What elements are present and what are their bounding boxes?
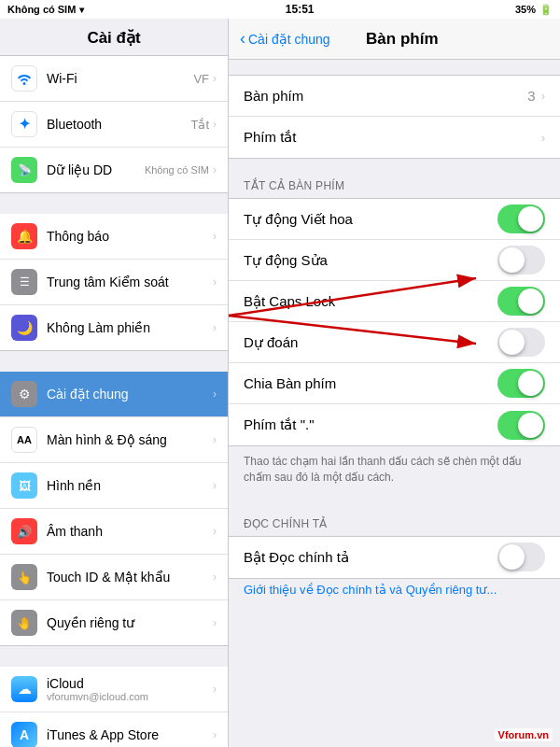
- du-doan-row: Dự đoán: [229, 322, 560, 363]
- touch-icon: 👆: [11, 564, 37, 590]
- sidebar-item-notification[interactable]: 🔔 Thông báo ›: [0, 214, 228, 260]
- back-button[interactable]: ‹ Cài đặt chung: [240, 29, 330, 49]
- all-keyboards-section: TẮT CẢ BÀN PHÍM Tự động Viết hoa Tự động…: [229, 174, 560, 497]
- appstore-icon: A: [11, 722, 37, 747]
- sidebar-item-value-wifi: VF: [193, 72, 209, 86]
- chevron-icon-apps: ›: [213, 728, 217, 741]
- sidebar-item-label-privacy: Quyền riêng tư: [47, 615, 213, 630]
- sidebar-item-value-bluetooth: Tắt: [190, 118, 209, 132]
- icloud-sublabel: vforumvn@icloud.com: [47, 691, 213, 702]
- sidebar-item-data[interactable]: 📡 Dữ liệu DD Không có SIM ›: [0, 148, 228, 192]
- sidebar-item-label-bluetooth: Bluetooth: [47, 117, 190, 132]
- phim-tat-row[interactable]: Phím tắt ›: [229, 117, 560, 158]
- doc-chinh-ta-link[interactable]: Giới thiệu về Đọc chính tả và Quyền riên…: [229, 579, 560, 608]
- ban-phim-label: Bàn phím: [244, 88, 527, 104]
- sidebar-item-control[interactable]: ☰ Trung tâm Kiểm soát ›: [0, 260, 228, 305]
- doc-chinh-ta-section: ĐỌC CHÍNH TẢ Bật Đọc chính tả Giới thiệu…: [229, 512, 560, 608]
- phim-tat-dot-toggle[interactable]: [497, 411, 545, 440]
- chevron-icon-sound: ›: [213, 525, 217, 538]
- sidebar-item-label-wallpaper: Hình nền: [47, 478, 213, 493]
- wallpaper-icon: 🖼: [11, 472, 37, 499]
- sidebar-section-settings: ⚙ Cài đặt chung › AA Màn hình & Độ sáng …: [0, 372, 228, 646]
- bluetooth-icon: ✦: [11, 111, 37, 137]
- sidebar-item-appstore[interactable]: A iTunes & App Store ›: [0, 712, 228, 747]
- phim-tat-dot-row: Phím tắt ".": [229, 404, 560, 445]
- sidebar-item-icloud[interactable]: ☁ iCloud vforumvn@icloud.com ›: [0, 667, 228, 712]
- chevron-icon-priv: ›: [213, 616, 217, 629]
- tu-dong-viet-hoa-row: Tự động Viết hoa: [229, 199, 560, 240]
- sidebar-item-sounds[interactable]: 🔊 Âm thanh ›: [0, 509, 228, 555]
- wifi-icon: [11, 65, 37, 92]
- battery-percent: 35%: [515, 4, 536, 15]
- right-panel: ‹ Cài đặt chung Bàn phím Bàn phím 3 › Ph…: [229, 19, 560, 747]
- tu-dong-sua-label: Tự động Sửa: [244, 252, 497, 269]
- section-header-doc-chinh-ta: ĐỌC CHÍNH TẢ: [229, 512, 560, 536]
- wifi-icon: ▾: [79, 5, 84, 15]
- sidebar-item-label-donotdisturb: Không Làm phiền: [47, 320, 213, 335]
- tu-dong-sua-toggle[interactable]: [497, 246, 545, 275]
- keyboard-main-section: Bàn phím 3 › Phím tắt ›: [229, 75, 560, 159]
- chevron-icon-data: ›: [213, 163, 217, 176]
- chevron-icon-notif: ›: [213, 230, 217, 243]
- tu-dong-viet-hoa-toggle[interactable]: [497, 204, 545, 233]
- sidebar-item-label-icloud: iCloud: [47, 676, 213, 691]
- back-label: Cài đặt chung: [248, 32, 330, 47]
- chevron-icon-icloud: ›: [213, 683, 217, 696]
- sidebar-item-label-wifi: Wi-Fi: [47, 71, 193, 86]
- sidebar: Cài đặt Wi-Fi VF › ✦ Bluetooth Tắt ›: [0, 19, 229, 747]
- toggle-group: Tự động Viết hoa Tự động Sửa Bật Caps Lo…: [229, 198, 560, 446]
- bat-caps-lock-label: Bật Caps Lock: [244, 293, 497, 310]
- phim-tat-chevron: ›: [541, 131, 545, 145]
- bat-caps-lock-toggle[interactable]: [497, 287, 545, 316]
- sidebar-section-connectivity: Wi-Fi VF › ✦ Bluetooth Tắt › 📡 Dữ liệu D…: [0, 56, 228, 193]
- chevron-icon-touch: ›: [213, 571, 217, 584]
- chia-ban-phim-toggle[interactable]: [497, 369, 545, 398]
- navigation-bar: ‹ Cài đặt chung Bàn phím: [229, 19, 560, 60]
- ban-phim-value: 3: [527, 88, 535, 104]
- chia-ban-phim-label: Chia Bàn phím: [244, 375, 497, 391]
- chia-ban-phim-row: Chia Bàn phím: [229, 363, 560, 404]
- sounds-icon: 🔊: [11, 518, 37, 544]
- doc-chinh-ta-group: Bật Đọc chính tả: [229, 536, 560, 579]
- sidebar-item-label-sounds: Âm thanh: [47, 524, 213, 539]
- bat-doc-chinh-ta-label: Bật Đọc chính tả: [244, 549, 497, 566]
- du-doan-label: Dự đoán: [244, 334, 497, 351]
- sidebar-item-value-data: Không có SIM: [145, 164, 209, 176]
- tu-dong-viet-hoa-label: Tự động Viết hoa: [244, 211, 497, 228]
- icloud-icon: ☁: [11, 676, 37, 702]
- bat-doc-chinh-ta-row: Bật Đọc chính tả: [229, 537, 560, 578]
- sidebar-item-donotdisturb[interactable]: 🌙 Không Làm phiền ›: [0, 305, 228, 350]
- ban-phim-chevron: ›: [541, 89, 545, 103]
- sidebar-item-wallpaper[interactable]: 🖼 Hình nền ›: [0, 463, 228, 509]
- sidebar-item-label-general: Cài đặt chung: [47, 387, 213, 402]
- privacy-icon: 🤚: [11, 610, 37, 636]
- du-doan-toggle[interactable]: [497, 328, 545, 357]
- display-icon: AA: [11, 427, 37, 453]
- sidebar-item-bluetooth[interactable]: ✦ Bluetooth Tắt ›: [0, 102, 228, 148]
- time-display: 15:51: [286, 3, 315, 16]
- section-note: Thao tác chạm hai lần thanh dấu cách sẽ …: [229, 446, 560, 497]
- sidebar-item-wifi[interactable]: Wi-Fi VF ›: [0, 56, 228, 102]
- chevron-icon-dnd: ›: [213, 321, 217, 334]
- sidebar-item-touch[interactable]: 👆 Touch ID & Mật khẩu ›: [0, 555, 228, 600]
- sidebar-item-general[interactable]: ⚙ Cài đặt chung ›: [0, 372, 228, 417]
- tu-dong-sua-row: Tự động Sửa: [229, 240, 560, 281]
- control-icon: ☰: [11, 269, 37, 295]
- sidebar-item-label-control: Trung tâm Kiểm soát: [47, 275, 213, 289]
- chevron-icon-gen: ›: [213, 388, 217, 401]
- sidebar-item-display[interactable]: AA Màn hình & Độ sáng ›: [0, 417, 228, 463]
- sidebar-item-label-touch: Touch ID & Mật khẩu: [47, 570, 213, 585]
- ban-phim-row[interactable]: Bàn phím 3 ›: [229, 76, 560, 117]
- chevron-icon-ctrl: ›: [213, 275, 217, 289]
- sidebar-item-label-display: Màn hình & Độ sáng: [47, 432, 213, 447]
- sidebar-title: Cài đặt: [0, 19, 228, 56]
- bat-caps-lock-row: Bật Caps Lock: [229, 281, 560, 322]
- back-chevron-icon: ‹: [240, 29, 245, 49]
- chevron-icon-wall: ›: [213, 479, 217, 492]
- watermark: Vforum.vn: [495, 728, 553, 741]
- bat-doc-chinh-ta-toggle[interactable]: [497, 543, 545, 571]
- phim-tat-label: Phím tắt: [244, 129, 541, 146]
- sidebar-section-system: 🔔 Thông báo › ☰ Trung tâm Kiểm soát › 🌙 …: [0, 214, 228, 351]
- page-title: Bàn phím: [330, 30, 474, 49]
- sidebar-item-privacy[interactable]: 🤚 Quyền riêng tư ›: [0, 600, 228, 645]
